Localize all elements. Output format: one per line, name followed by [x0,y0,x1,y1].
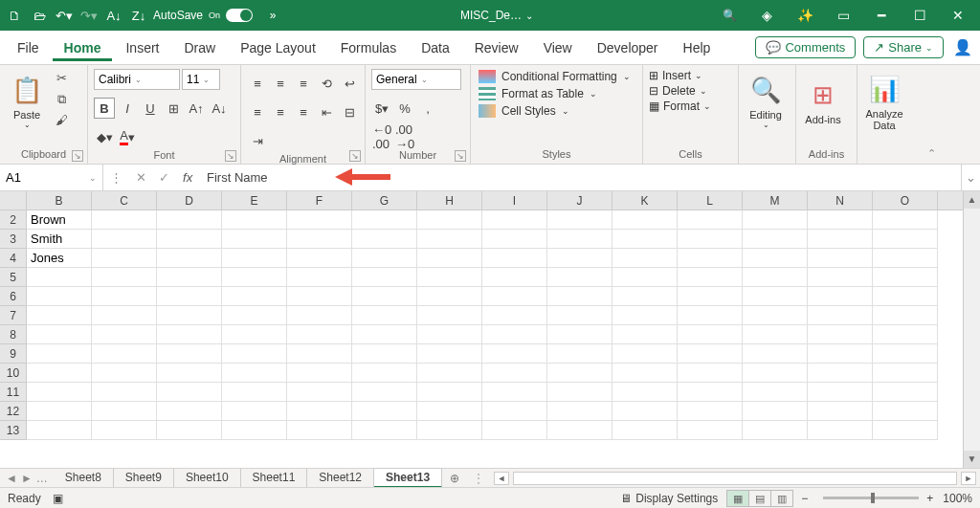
tab-help[interactable]: Help [672,34,723,61]
normal-view-icon[interactable]: ▦ [726,490,749,507]
cell[interactable] [678,344,743,364]
row-header[interactable]: 3 [0,230,26,249]
row-header[interactable]: 13 [0,421,26,440]
cell[interactable] [222,268,287,287]
cell[interactable] [743,402,808,421]
cell[interactable] [482,344,547,364]
decrease-decimal-icon[interactable]: .00 →0 [394,126,415,147]
sheet-overflow[interactable]: … [36,472,48,485]
cell[interactable] [222,421,287,440]
row-header[interactable]: 11 [0,383,26,402]
zoom-in-icon[interactable]: + [926,492,933,505]
insert-cells-button[interactable]: ⊞Insert⌄ [649,69,711,82]
cut-icon[interactable]: ✂ [52,71,71,88]
page-break-view-icon[interactable]: ▥ [770,490,793,507]
cell[interactable] [678,306,743,325]
spreadsheet-grid[interactable]: BCDEFGHIJKLMNO 2345678910111213 BrownSmi… [0,191,980,468]
column-header[interactable]: F [287,191,352,210]
column-header[interactable]: G [352,191,417,210]
cell[interactable] [417,383,482,402]
row-header[interactable]: 12 [0,402,26,421]
wrap-text-icon[interactable]: ↩ [339,73,360,94]
cell[interactable] [352,230,417,249]
row-header[interactable]: 9 [0,344,26,364]
tab-page-layout[interactable]: Page Layout [229,34,327,61]
cell[interactable] [287,344,352,364]
italic-button[interactable]: I [117,98,138,119]
ribbon-mode-icon[interactable]: ▭ [825,0,861,31]
cell[interactable] [92,364,157,383]
cell[interactable] [482,249,547,268]
row-header[interactable]: 7 [0,306,26,325]
cell[interactable] [482,210,547,230]
close-button[interactable]: ✕ [940,0,976,31]
column-header[interactable]: B [27,191,92,210]
cell[interactable] [92,421,157,440]
cell[interactable] [482,421,547,440]
cell[interactable] [222,287,287,306]
cell[interactable] [287,268,352,287]
cell[interactable] [352,249,417,268]
cell[interactable] [743,268,808,287]
increase-font-icon[interactable]: A↑ [186,98,207,119]
autosave-toggle[interactable]: AutoSave On [153,9,253,22]
redo-icon[interactable]: ↷▾ [78,5,100,26]
font-name-combo[interactable]: Calibri⌄ [94,69,180,90]
border-button[interactable]: ⊞ [163,98,184,119]
cell[interactable] [612,306,678,325]
row-header[interactable]: 8 [0,325,26,344]
cell[interactable] [743,249,808,268]
cell[interactable] [27,402,92,421]
cell[interactable] [482,268,547,287]
cell[interactable] [222,325,287,344]
cell[interactable] [27,364,92,383]
cell[interactable] [222,383,287,402]
comments-button[interactable]: 💬Comments [755,36,856,58]
column-header[interactable]: D [157,191,222,210]
maximize-button[interactable]: ☐ [902,0,938,31]
cell[interactable] [547,383,612,402]
cell[interactable] [612,383,678,402]
cell[interactable] [352,268,417,287]
cell[interactable] [92,325,157,344]
tab-home[interactable]: Home [53,34,113,61]
cell[interactable] [482,306,547,325]
cell[interactable] [547,402,612,421]
cell[interactable] [808,402,873,421]
cell[interactable] [482,287,547,306]
qat-overflow-icon[interactable]: » [262,5,283,26]
comma-style-icon[interactable]: , [417,98,438,119]
cell[interactable] [482,230,547,249]
cell[interactable] [612,287,678,306]
cell[interactable] [743,383,808,402]
cell[interactable] [157,268,222,287]
percent-icon[interactable]: % [394,98,415,119]
cell-styles-button[interactable]: Cell Styles⌄ [477,103,633,119]
column-headers[interactable]: BCDEFGHIJKLMNO [27,191,963,210]
cell[interactable] [92,249,157,268]
cell[interactable] [743,306,808,325]
cell[interactable] [808,306,873,325]
cell[interactable] [27,383,92,402]
editing-button[interactable]: 🔍 Editing ⌄ [745,69,787,136]
cell[interactable] [287,230,352,249]
addins-button[interactable]: ⊞ Add-ins [802,69,844,136]
cell[interactable] [417,421,482,440]
cell[interactable] [547,287,612,306]
cell[interactable] [547,421,612,440]
cell[interactable] [547,249,612,268]
cell[interactable] [157,210,222,230]
cell[interactable] [482,402,547,421]
cell[interactable] [873,268,938,287]
cancel-icon[interactable]: ✕ [136,170,146,185]
display-settings-button[interactable]: 🖥Display Settings [620,492,718,505]
conditional-formatting-button[interactable]: Conditional Formatting⌄ [477,69,633,84]
fx-icon[interactable]: fx [183,170,192,185]
number-format-combo[interactable]: General⌄ [371,69,461,90]
cell[interactable] [873,325,938,344]
cell[interactable] [417,287,482,306]
cell[interactable] [352,210,417,230]
enter-icon[interactable]: ✓ [159,170,169,185]
format-as-table-button[interactable]: Format as Table⌄ [477,86,633,101]
cell[interactable] [743,364,808,383]
